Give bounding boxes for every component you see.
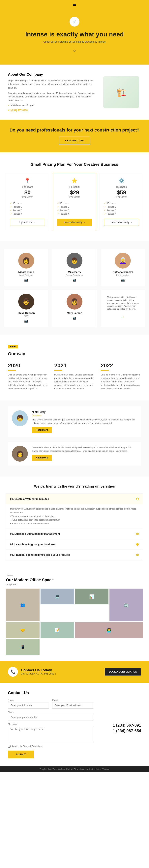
name-input[interactable] [8, 702, 49, 709]
blog-text-1: Consectetur diam porttitor tincidunt vol… [32, 446, 137, 453]
accordion-item-1: 02. Business Sustainability Management ⊕ [6, 529, 143, 539]
timeline-bar-1 [54, 370, 62, 371]
team-name-2: Natacha Ivanova [105, 271, 141, 274]
phone-number-1: 1 (234) 567-891 [97, 723, 141, 727]
about-section: About Our Company Turpis nibh. Tristique… [0, 65, 149, 120]
instagram-icon-4[interactable]: 📷 [56, 316, 93, 320]
pricing-icon-2: ⚙️ [104, 178, 139, 183]
instagram-icon-0[interactable]: 📷 [8, 278, 44, 282]
pricing-feature: Feature 4 [104, 212, 139, 216]
timeline-year-2: 2022 [101, 363, 141, 369]
pricing-feature: Feature 3 [10, 209, 45, 212]
team-name-1: Mike Perry [56, 271, 93, 274]
gallery-item: 💻 [41, 589, 74, 604]
pricing-period-1: /Per Month [57, 196, 92, 198]
hero-title: Intense is exactly what you need [4, 31, 145, 38]
pricing-period-0: /Per Month [10, 196, 45, 198]
pricing-label-2: Business [104, 185, 139, 188]
pricing-feature: 15 Users [57, 202, 92, 205]
gallery-subtitle: Image Plan [6, 583, 143, 586]
timeline-text-0: Duis ac ornare eros. Change congestion p… [8, 373, 48, 391]
instagram-icon-2[interactable]: 📷 [105, 278, 141, 282]
phone-label: Phone [8, 711, 93, 713]
pricing-cards-container: 📍 For Team $0 /Per Month 15 UsersFeature… [6, 173, 143, 231]
gallery-item: 👥 [6, 589, 40, 621]
about-title: About Our Company [8, 72, 95, 76]
blog-avatar-0: 👦 [12, 410, 28, 426]
contact-cta-title: Contact Us Today! [21, 668, 56, 672]
team-name-4: Mary Larson [56, 311, 93, 314]
submit-button[interactable]: SUBMIT [8, 750, 34, 758]
accordion-header-0[interactable]: 01. Create a Webinar in Minutes ⊖ [6, 494, 143, 504]
message-input[interactable] [8, 726, 93, 742]
cta-banner-section: Do you need professionals for your next … [0, 120, 149, 152]
pricing-button-0[interactable]: Upload Free → [10, 219, 45, 226]
hamburger-icon[interactable]: ☰ [73, 2, 76, 7]
contact-us-button[interactable]: CONTACT US [59, 137, 90, 144]
team-arrow-icon: → [105, 314, 141, 319]
gallery-item: 🏢 [109, 589, 143, 621]
gallery-item: 📝 [41, 622, 74, 638]
email-input[interactable] [52, 702, 94, 709]
team-card-3: 👨 Steve Hudson SEO 📷 [4, 290, 48, 327]
about-phone: +1 (234) 567-8910 [8, 109, 95, 112]
contact-cta-icon: 📞 [8, 667, 18, 677]
hero-arrow-icon: ⌄ [4, 47, 145, 53]
accordion-header-3[interactable]: 04. Practical tips to help you price you… [6, 550, 143, 560]
pricing-feature: Feature 2 [57, 205, 92, 209]
pricing-button-1[interactable]: Proceed Annually → [57, 219, 92, 226]
our-way-section: Home Our way 2020 Duis ac ornare eros. C… [0, 335, 149, 400]
name-label: Name [8, 699, 49, 702]
pricing-button-2[interactable]: Proceed Annually → [104, 219, 139, 226]
blog-name-0: Nick Perry [32, 410, 137, 413]
book-consultation-button[interactable]: BOOK A CONSULTATION [105, 668, 141, 676]
instagram-icon-1[interactable]: 📷 [56, 278, 93, 282]
gallery-item: 📱 [6, 639, 40, 655]
accordion-toggle-icon-2: ⊕ [136, 542, 139, 547]
timeline-item-0: 2020 Duis ac ornare eros. Change congest… [8, 363, 48, 391]
email-field-group: Email [52, 699, 94, 709]
phone-input[interactable] [8, 714, 93, 720]
about-paragraph2: Arcu viverra sed arcu velit tristique se… [8, 92, 95, 102]
team-avatar-1: 👨 [67, 253, 82, 269]
hero-icon: 🛒 [70, 17, 79, 27]
contact-cta-text: Contact Us Today! Call us today: +1 777-… [21, 668, 56, 675]
pricing-title: Small Pricing Plan For Your Creative Bus… [6, 162, 143, 167]
team-role-3: SEO [8, 315, 44, 317]
timeline-year-1: 2021 [54, 363, 95, 369]
pricing-label-0: For Team [10, 185, 45, 188]
blog-content-0: Nick Perry Developer Arcu viverra sed ar… [32, 410, 137, 433]
pricing-price-1: $29 [57, 189, 92, 196]
pricing-icon-0: 📍 [10, 178, 45, 183]
pricing-feature: Feature 2 [104, 205, 139, 209]
terms-checkbox[interactable] [8, 745, 10, 748]
team-avatar-0: 👩 [18, 253, 34, 269]
accordion-item-2: 03. Learn how to grow your business ⊕ [6, 539, 143, 550]
blog-post-0: 👦 Nick Perry Developer Arcu viverra sed … [8, 406, 141, 437]
team-card-2: 👩‍🦳 Natacha Ivanova Photographer 📷 [101, 249, 145, 286]
footer: Template Info: Trust us about this text.… [0, 766, 149, 772]
pricing-card-0: 📍 For Team $0 /Per Month 15 UsersFeature… [6, 173, 49, 231]
pricing-features-2: 15 UsersFeature 2Feature 3Feature 4 [104, 202, 139, 216]
team-card-1: 👨 Mike Perry Senior Developer 📷 [52, 249, 97, 286]
phone-field-group: Phone [8, 711, 93, 720]
accordion-header-2[interactable]: 03. Learn how to grow your business ⊕ [6, 539, 143, 550]
gallery-label: Gallery [6, 574, 143, 577]
blog-read-more-button-0[interactable]: Read More [32, 427, 52, 433]
pricing-feature: Feature 4 [10, 212, 45, 216]
pricing-price-0: $0 [10, 189, 45, 196]
pricing-features-0: 15 UsersFeature 2Feature 3Feature 4 [10, 202, 45, 216]
team-quote: While we were not the first home cleanin… [105, 294, 141, 312]
timeline-item-1: 2021 Duis ac ornare eros. Change congest… [54, 363, 95, 391]
accordion-header-1[interactable]: 02. Business Sustainability Management ⊕ [6, 529, 143, 539]
instagram-icon-3[interactable]: 📷 [8, 319, 44, 323]
blog-read-more-button-1[interactable]: Read More [32, 455, 52, 461]
accordion-item-3: 04. Practical tips to help you price you… [6, 550, 143, 560]
team-avatar-3: 👨 [18, 294, 34, 310]
name-field-group: Name [8, 699, 49, 709]
contact-form-col: Name Email Phone Message [8, 699, 93, 758]
accordion-item-0: 01. Create a Webinar in Minutes ⊖ Interd… [6, 494, 143, 529]
accordion-label-3: 04. Practical tips to help you price you… [10, 553, 70, 556]
team-card-5: While we were not the first home cleanin… [101, 290, 145, 327]
terms-checkbox-label[interactable]: I agree the Terms & Conditions [8, 745, 93, 748]
